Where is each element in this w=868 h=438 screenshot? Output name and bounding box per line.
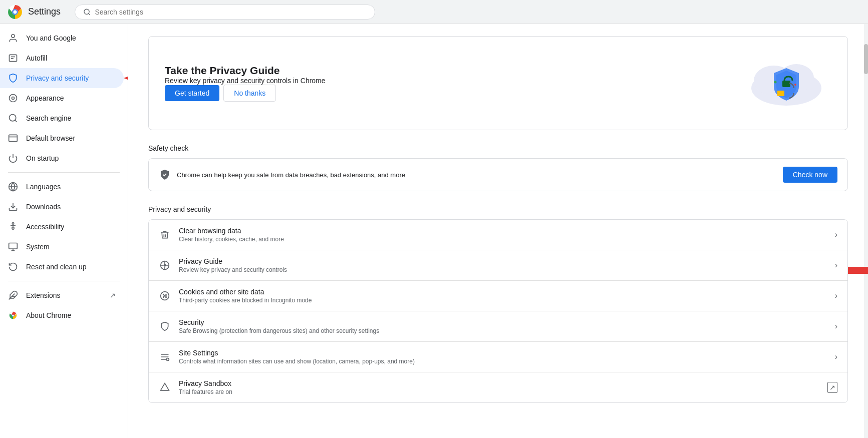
svg-rect-22 xyxy=(9,243,18,249)
list-item-cookies[interactable]: Cookies and other site data Third-party … xyxy=(149,281,847,311)
sidebar-item-languages[interactable]: Languages xyxy=(0,177,124,197)
svg-point-40 xyxy=(164,264,166,267)
safety-shield-icon xyxy=(159,169,171,181)
safety-check-section: Safety check Chrome can help keep you sa… xyxy=(148,144,848,191)
clear-browsing-subtitle: Clear history, cookies, cache, and more xyxy=(179,236,827,243)
safety-check-card: Chrome can help keep you safe from data … xyxy=(148,158,848,191)
privacy-guide-title: Take the Privacy Guide xyxy=(165,65,326,77)
sidebar-item-privacy-security[interactable]: Privacy and security xyxy=(0,68,124,88)
sidebar-item-about-chrome[interactable]: About Chrome xyxy=(0,305,124,325)
security-text: Security Safe Browsing (protection from … xyxy=(179,318,827,334)
sidebar-divider-2 xyxy=(8,281,120,281)
site-settings-icon xyxy=(159,351,171,363)
sidebar-label-you-google: You and Google xyxy=(26,34,76,42)
external-link-icon: ↗ xyxy=(110,291,116,299)
privacy-guide-text: Privacy Guide Review key privacy and sec… xyxy=(179,257,827,273)
sidebar-label-reset: Reset and clean up xyxy=(26,263,87,271)
site-settings-subtitle: Controls what information sites can use … xyxy=(179,358,827,365)
svg-point-3 xyxy=(84,9,89,14)
site-settings-title: Site Settings xyxy=(179,349,827,357)
no-thanks-button[interactable]: No thanks xyxy=(223,85,276,102)
search-input[interactable] xyxy=(95,8,367,16)
sidebar-item-downloads[interactable]: Downloads xyxy=(0,197,124,217)
person-icon xyxy=(8,33,18,43)
svg-rect-34 xyxy=(777,91,784,96)
scrollbar-track xyxy=(864,24,868,438)
sidebar-item-extensions[interactable]: Extensions ↗ xyxy=(0,285,124,305)
sidebar-item-appearance[interactable]: Appearance xyxy=(0,88,124,108)
sidebar-item-on-startup[interactable]: On startup xyxy=(0,148,124,168)
autofill-icon xyxy=(8,53,18,63)
svg-point-37 xyxy=(794,84,796,86)
sidebar-label-extensions: Extensions xyxy=(26,291,60,299)
svg-point-50 xyxy=(164,295,165,296)
privacy-security-title: Privacy and security xyxy=(148,205,848,213)
sidebar-label-downloads: Downloads xyxy=(26,203,61,211)
appearance-icon xyxy=(8,93,18,103)
svg-point-11 xyxy=(12,97,15,100)
get-started-button[interactable]: Get started xyxy=(165,85,219,101)
search-bar[interactable] xyxy=(75,5,375,20)
page-title: Settings xyxy=(28,7,61,17)
svg-marker-9 xyxy=(124,68,128,88)
list-item-security[interactable]: Security Safe Browsing (protection from … xyxy=(149,311,847,342)
list-item-site-settings[interactable]: Site Settings Controls what information … xyxy=(149,342,847,372)
chevron-right-icon-2: › xyxy=(835,291,837,300)
sidebar-item-you-google[interactable]: You and Google xyxy=(0,28,124,48)
sidebar-item-default-browser[interactable]: Default browser xyxy=(0,128,124,148)
privacy-sandbox-title: Privacy Sandbox xyxy=(179,379,819,387)
accessibility-icon xyxy=(8,222,18,232)
svg-point-12 xyxy=(10,115,16,121)
privacy-guide-illustration xyxy=(741,51,831,116)
cookies-subtitle: Third-party cookies are blocked in Incog… xyxy=(179,297,827,304)
chevron-right-icon-3: › xyxy=(835,322,837,331)
sidebar-item-autofill[interactable]: Autofill xyxy=(0,48,124,68)
sidebar-item-accessibility[interactable]: Accessibility xyxy=(0,217,124,237)
sidebar: You and Google Autofill Privacy and secu… xyxy=(0,24,128,438)
svg-point-2 xyxy=(14,10,17,14)
safety-check-description: Chrome can help keep you safe from data … xyxy=(177,171,405,179)
svg-rect-33 xyxy=(782,81,790,87)
sidebar-item-system[interactable]: System xyxy=(0,237,124,257)
sandbox-icon xyxy=(159,381,171,393)
scrollbar-thumb[interactable] xyxy=(864,44,868,74)
sidebar-label-autofill: Autofill xyxy=(26,54,47,62)
annotation-arrow-sidebar xyxy=(124,66,128,91)
site-settings-text: Site Settings Controls what information … xyxy=(179,349,827,365)
chrome-logo-icon xyxy=(8,5,22,19)
list-item-privacy-sandbox[interactable]: Privacy Sandbox Trial features are on ↗ xyxy=(149,372,847,402)
safety-check-title: Safety check xyxy=(148,144,848,152)
privacy-guide-subtitle: Review key privacy and security controls… xyxy=(165,77,326,85)
sidebar-label-default-browser: Default browser xyxy=(26,134,75,142)
privacy-sandbox-text: Privacy Sandbox Trial features are on xyxy=(179,379,819,395)
search-engine-icon xyxy=(8,113,18,123)
sidebar-item-search-engine[interactable]: Search engine xyxy=(0,108,124,128)
top-bar: Settings xyxy=(0,0,868,24)
chevron-right-icon-4: › xyxy=(835,352,837,361)
external-icon-sandbox: ↗ xyxy=(827,382,837,393)
sidebar-label-appearance: Appearance xyxy=(26,94,64,102)
sidebar-label-on-startup: On startup xyxy=(26,154,59,162)
svg-point-36 xyxy=(774,81,777,84)
extensions-icon xyxy=(8,290,18,300)
list-item-clear-browsing[interactable]: Clear browsing data Clear history, cooki… xyxy=(149,220,847,250)
security-subtitle: Safe Browsing (protection from dangerous… xyxy=(179,327,827,334)
main-content: Take the Privacy Guide Review key privac… xyxy=(128,24,868,438)
globe-icon xyxy=(8,182,18,192)
list-item-privacy-guide[interactable]: Privacy Guide Review key privacy and sec… xyxy=(149,250,847,281)
shield-icon xyxy=(8,73,18,83)
trash-icon xyxy=(159,229,171,241)
check-now-button[interactable]: Check now xyxy=(783,167,837,183)
sidebar-label-about-chrome: About Chrome xyxy=(26,311,71,319)
browser-icon xyxy=(8,133,18,143)
privacy-security-list: Clear browsing data Clear history, cooki… xyxy=(148,219,848,403)
svg-point-46 xyxy=(163,294,164,295)
privacy-guide-list-subtitle: Review key privacy and security controls xyxy=(179,266,827,273)
sidebar-divider-1 xyxy=(8,172,120,173)
reset-icon xyxy=(8,262,18,272)
sidebar-label-privacy-security: Privacy and security xyxy=(26,74,89,82)
privacy-security-section: Privacy and security Clear browsing data… xyxy=(148,205,848,403)
sidebar-item-reset[interactable]: Reset and clean up xyxy=(0,257,124,277)
security-shield-icon xyxy=(159,320,171,332)
privacy-guide-card: Take the Privacy Guide Review key privac… xyxy=(148,36,848,130)
